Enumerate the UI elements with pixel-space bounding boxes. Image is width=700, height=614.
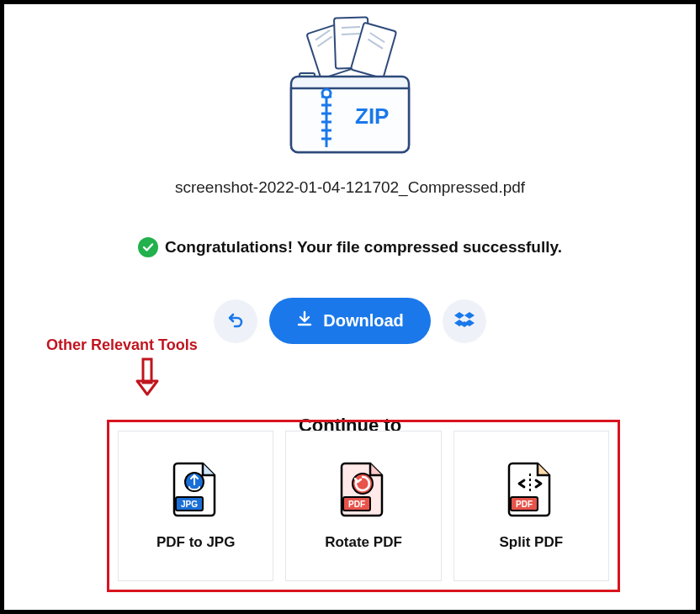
zip-folder-illustration: ZIP — [274, 13, 426, 163]
success-check-icon — [138, 237, 158, 257]
app-frame: ZIP screenshot-2022-01-04-121702_Compres… — [0, 0, 700, 614]
download-button[interactable]: Download — [269, 298, 431, 344]
split-pdf-icon: PDF — [507, 462, 554, 521]
filename-label: screenshot-2022-01-04-121702_Compressed.… — [175, 178, 525, 197]
tool-card-pdf-to-jpg[interactable]: JPG PDF to JPG — [118, 431, 273, 581]
dropbox-button[interactable] — [443, 299, 486, 343]
action-button-row: Download — [214, 298, 486, 344]
undo-button[interactable] — [214, 299, 257, 343]
dropbox-icon — [454, 310, 475, 333]
download-icon — [296, 310, 313, 331]
tool-label: Rotate PDF — [325, 534, 402, 551]
tool-label: Split PDF — [500, 534, 564, 551]
annotation-label: Other Relevant Tools — [46, 336, 198, 354]
pdf-to-jpg-icon: JPG — [172, 462, 220, 521]
related-tools-panel: JPG PDF to JPG PDF Rotate PDF — [107, 420, 620, 592]
svg-rect-19 — [143, 359, 151, 383]
status-row: Congratulations! Your file compressed su… — [138, 237, 562, 257]
rotate-pdf-icon: PDF — [340, 462, 387, 521]
svg-text:PDF: PDF — [516, 500, 533, 509]
svg-text:PDF: PDF — [348, 500, 365, 509]
tool-label: PDF to JPG — [156, 534, 236, 551]
status-message: Congratulations! Your file compressed su… — [165, 238, 562, 257]
svg-text:ZIP: ZIP — [355, 103, 389, 129]
main-content: ZIP screenshot-2022-01-04-121702_Compres… — [4, 13, 696, 444]
annotation-arrow-icon — [135, 357, 160, 401]
download-button-label: Download — [323, 311, 404, 331]
tool-card-split-pdf[interactable]: PDF Split PDF — [453, 431, 609, 581]
svg-line-5 — [342, 27, 360, 28]
tool-card-rotate-pdf[interactable]: PDF Rotate PDF — [285, 431, 441, 581]
svg-point-17 — [322, 89, 331, 98]
undo-icon — [225, 310, 246, 333]
svg-text:JPG: JPG — [181, 500, 198, 509]
svg-line-6 — [342, 34, 360, 34]
